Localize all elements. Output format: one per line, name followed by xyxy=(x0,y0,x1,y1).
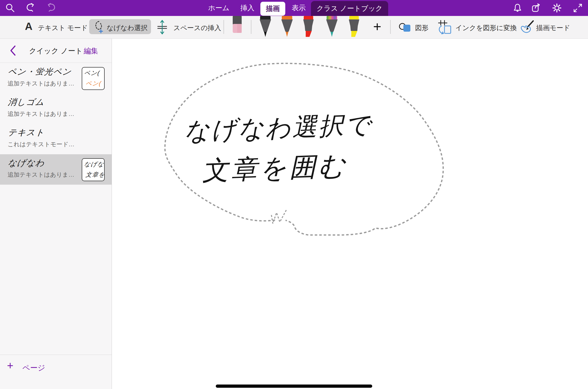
thumbnail-ink-text: 文章を xyxy=(85,171,105,179)
draw-mode-icon xyxy=(520,20,534,35)
toolbar-divider xyxy=(223,20,224,34)
ribbon-toolbar: A テキスト モード なげなわ選択 スペースの挿入 xyxy=(0,16,588,39)
lasso-select-button[interactable]: なげなわ選択 xyxy=(89,19,151,34)
page-item-pen-highlighter[interactable]: ペン・蛍光ペン 追加テキストはありま… ペン( ペン( xyxy=(0,63,112,93)
insert-space-icon xyxy=(156,19,168,36)
eraser-tool[interactable] xyxy=(232,16,243,35)
insert-space-button[interactable]: スペースの挿入 xyxy=(173,23,221,32)
page-thumbnail: なげな 文章を xyxy=(82,158,105,181)
shapes-button[interactable]: 図形 xyxy=(415,23,429,32)
ink-layer: なげなわ選択で 文章を囲む xyxy=(112,39,588,389)
add-page-plus-icon[interactable]: + xyxy=(7,359,13,372)
thumbnail-ink-text: なげな xyxy=(84,160,105,168)
tab-home[interactable]: ホーム xyxy=(204,0,233,16)
fullscreen-expand-icon[interactable] xyxy=(573,3,583,13)
page-item-eraser[interactable]: 消しゴム 追加テキストはありません xyxy=(0,93,112,124)
black-pen-tool[interactable] xyxy=(259,16,272,39)
share-icon[interactable] xyxy=(531,3,541,13)
sidebar-footer: + ページ xyxy=(0,355,112,377)
rainbow-pen-tool[interactable] xyxy=(325,16,339,39)
page-list-sidebar: クイック ノート 編集 ペン・蛍光ペン 追加テキストはありま… ペン( ペン( … xyxy=(0,39,112,389)
page-item-title: 消しゴム xyxy=(7,96,45,108)
ink-to-shape-icon xyxy=(438,19,452,35)
toolbar-divider xyxy=(251,20,251,34)
text-mode-icon: A xyxy=(25,20,32,32)
settings-gear-icon[interactable] xyxy=(552,3,562,13)
page-item-text[interactable]: テキスト これはテキストモードで入力し… xyxy=(0,124,112,154)
handwritten-ink-line-1: なげなわ選択で xyxy=(184,110,373,145)
page-item-title: ペン・蛍光ペン xyxy=(7,66,72,78)
toolbar-divider xyxy=(390,20,391,34)
bell-icon[interactable] xyxy=(512,3,523,13)
lasso-icon xyxy=(93,20,105,35)
draw-mode-button[interactable]: 描画モード xyxy=(536,23,570,32)
thumbnail-ink-text: ペン( xyxy=(85,79,102,87)
shapes-icon xyxy=(399,21,412,34)
page-item-lasso-selected[interactable]: なげなわ 追加テキストはありま… なげな 文章を xyxy=(0,154,112,185)
page-item-subtitle: 追加テキストはありません xyxy=(7,110,80,118)
text-mode-button[interactable]: テキスト モード xyxy=(38,23,88,32)
page-item-title: なげなわ xyxy=(7,157,45,169)
page-item-subtitle: 追加テキストはありま… xyxy=(7,171,80,179)
red-highlighter-tool[interactable] xyxy=(302,16,315,39)
page-thumbnail: ペン( ペン( xyxy=(82,67,105,90)
home-indicator-bar[interactable] xyxy=(216,385,372,388)
search-icon[interactable] xyxy=(5,3,15,13)
lasso-select-label: なげなわ選択 xyxy=(107,23,148,32)
undo-icon[interactable] xyxy=(25,3,36,13)
lasso-closure-scribble xyxy=(271,210,286,224)
yellow-highlighter-tool[interactable] xyxy=(347,16,361,39)
lasso-selection-outline xyxy=(165,63,443,235)
ink-to-shape-button[interactable]: インクを図形に変換 xyxy=(455,23,517,32)
page-item-title: テキスト xyxy=(7,127,45,138)
add-page-button[interactable]: ページ xyxy=(22,363,45,373)
tab-class-notebook[interactable]: クラス ノートブック xyxy=(311,1,388,16)
edit-button[interactable]: 編集 xyxy=(84,46,98,56)
tab-insert[interactable]: 挿入 xyxy=(234,0,261,16)
handwritten-ink-line-2: 文章を囲む xyxy=(201,151,348,185)
orange-pen-tool[interactable] xyxy=(280,16,294,39)
tab-draw[interactable]: 描画 xyxy=(260,2,285,16)
add-pen-button[interactable]: + xyxy=(370,18,384,35)
redo-icon[interactable] xyxy=(46,3,56,13)
page-item-subtitle: これはテキストモードで入力し… xyxy=(7,140,80,148)
title-bar: ホーム 挿入 描画 表示 クラス ノートブック xyxy=(0,0,588,16)
drawing-canvas[interactable]: なげなわ選択で 文章を囲む xyxy=(112,39,588,389)
page-item-subtitle: 追加テキストはありま… xyxy=(7,79,80,87)
tab-view[interactable]: 表示 xyxy=(286,0,312,16)
sidebar-header: クイック ノート 編集 xyxy=(0,39,112,63)
thumbnail-ink-text: ペン( xyxy=(84,69,100,77)
